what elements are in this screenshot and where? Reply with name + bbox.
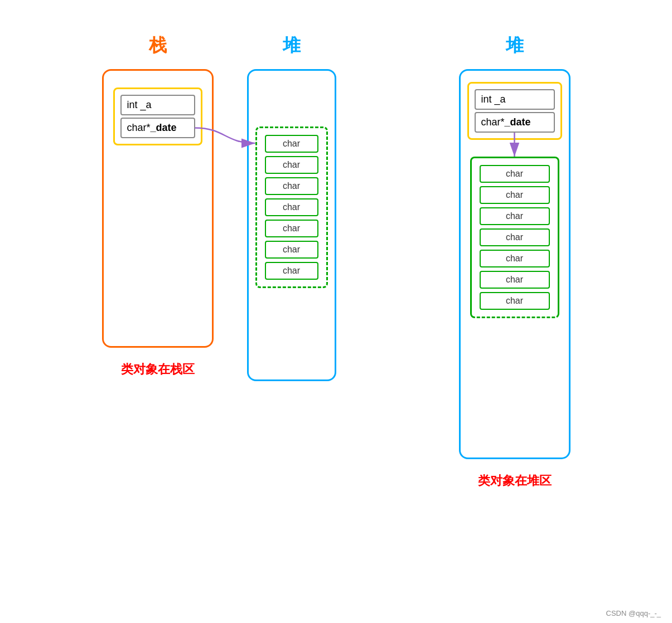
stack-var-date: char*_date: [120, 118, 195, 138]
char-item: char: [480, 228, 550, 246]
stack-var1-text: int _a: [127, 99, 152, 111]
right-var-int-a: int _a: [475, 89, 555, 110]
right-heap-title: 堆: [506, 33, 524, 58]
char-item: char: [480, 165, 550, 183]
left-heap-title: 堆: [283, 33, 301, 58]
char-item: char: [265, 198, 318, 216]
char-item: char: [265, 177, 318, 195]
right-var2-suffix: _date: [505, 116, 531, 128]
char-item: char: [480, 186, 550, 204]
right-var2-prefix: char*: [481, 116, 505, 128]
left-stack-label: 类对象在栈区: [121, 361, 195, 378]
right-heap-label: 类对象在堆区: [478, 473, 552, 489]
char-item: char: [265, 220, 318, 237]
right-heap-inner-box: int _a char*_date: [467, 82, 562, 140]
char-item: char: [480, 250, 550, 267]
right-heap-box: int _a char*_date char char char char ch…: [459, 69, 571, 459]
char-item: char: [265, 241, 318, 259]
stack-var-int-a: int _a: [120, 95, 195, 115]
left-stack-title: 栈: [149, 33, 167, 58]
stack-box: int _a char*_date: [102, 69, 214, 348]
char-item: char: [480, 207, 550, 225]
stack-inner-box: int _a char*_date: [113, 87, 202, 145]
char-item: char: [265, 156, 318, 174]
left-heap-box: char char char char char char char: [247, 69, 336, 381]
char-item: char: [480, 292, 550, 310]
char-item: char: [265, 262, 318, 280]
right-char-array: char char char char char char char: [470, 157, 559, 318]
left-char-array: char char char char char char char: [255, 126, 328, 288]
stack-var2-prefix: char*: [127, 122, 151, 134]
right-var1-text: int _a: [481, 94, 506, 105]
watermark: CSDN @qqq-_-_: [606, 609, 661, 617]
stack-var2-suffix: _date: [151, 122, 177, 134]
char-item: char: [480, 271, 550, 289]
char-item: char: [265, 135, 318, 153]
right-var-date: char*_date: [475, 112, 555, 133]
